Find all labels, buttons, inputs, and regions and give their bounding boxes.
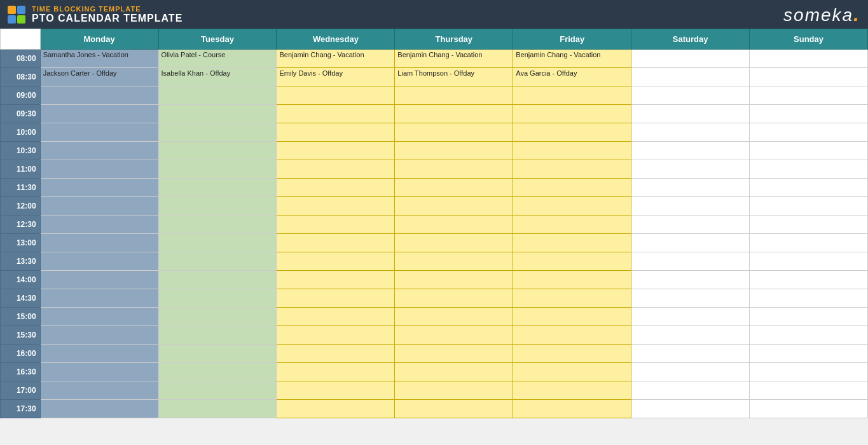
- cell-wednesday-14:30[interactable]: [277, 289, 395, 308]
- cell-saturday-12:30[interactable]: [631, 216, 750, 234]
- cell-tuesday-12:30[interactable]: [158, 216, 277, 234]
- cell-sunday-17:00[interactable]: [750, 381, 868, 400]
- cell-saturday-10:30[interactable]: [631, 142, 750, 160]
- cell-tuesday-14:00[interactable]: [158, 271, 277, 289]
- cell-friday-14:30[interactable]: [513, 289, 631, 308]
- cell-tuesday-12:00[interactable]: [158, 197, 277, 216]
- cell-friday-08:30[interactable]: Ava Garcia - Offday: [513, 68, 631, 86]
- cell-monday-14:00[interactable]: [40, 271, 158, 289]
- cell-friday-12:30[interactable]: [513, 216, 631, 234]
- cell-tuesday-15:00[interactable]: [158, 308, 277, 326]
- cell-wednesday-09:30[interactable]: [277, 105, 395, 123]
- cell-tuesday-11:00[interactable]: [158, 160, 277, 179]
- cell-wednesday-08:30[interactable]: Emily Davis - Offday: [277, 68, 395, 86]
- cell-friday-16:00[interactable]: [513, 345, 631, 363]
- cell-thursday-15:00[interactable]: [395, 308, 513, 326]
- cell-monday-15:30[interactable]: [40, 326, 158, 345]
- cell-thursday-08:30[interactable]: Liam Thompson - Offday: [395, 68, 513, 86]
- cell-saturday-13:30[interactable]: [631, 252, 750, 271]
- cell-monday-13:30[interactable]: [40, 252, 158, 271]
- cell-monday-09:00[interactable]: [40, 86, 158, 105]
- cell-saturday-12:00[interactable]: [631, 197, 750, 216]
- cell-thursday-10:30[interactable]: [395, 142, 513, 160]
- cell-monday-12:00[interactable]: [40, 197, 158, 216]
- cell-tuesday-09:00[interactable]: [158, 86, 277, 105]
- cell-sunday-10:30[interactable]: [750, 142, 868, 160]
- cell-friday-13:30[interactable]: [513, 252, 631, 271]
- cell-monday-12:30[interactable]: [40, 216, 158, 234]
- cell-sunday-10:00[interactable]: [750, 123, 868, 142]
- cell-saturday-15:00[interactable]: [631, 308, 750, 326]
- cell-tuesday-17:30[interactable]: [158, 400, 277, 418]
- cell-saturday-13:00[interactable]: [631, 234, 750, 252]
- cell-friday-10:30[interactable]: [513, 142, 631, 160]
- cell-friday-14:00[interactable]: [513, 271, 631, 289]
- cell-sunday-16:00[interactable]: [750, 345, 868, 363]
- cell-thursday-08:00[interactable]: Benjamin Chang - Vacation: [395, 50, 513, 68]
- cell-monday-14:30[interactable]: [40, 289, 158, 308]
- cell-monday-11:00[interactable]: [40, 160, 158, 179]
- cell-sunday-13:00[interactable]: [750, 234, 868, 252]
- cell-saturday-09:30[interactable]: [631, 105, 750, 123]
- cell-wednesday-11:00[interactable]: [277, 160, 395, 179]
- cell-saturday-09:00[interactable]: [631, 86, 750, 105]
- cell-sunday-13:30[interactable]: [750, 252, 868, 271]
- cell-thursday-12:30[interactable]: [395, 216, 513, 234]
- cell-saturday-08:00[interactable]: [631, 50, 750, 68]
- cell-friday-17:00[interactable]: [513, 381, 631, 400]
- cell-tuesday-17:00[interactable]: [158, 381, 277, 400]
- cell-saturday-16:00[interactable]: [631, 345, 750, 363]
- cell-wednesday-13:00[interactable]: [277, 234, 395, 252]
- cell-monday-10:00[interactable]: [40, 123, 158, 142]
- cell-sunday-11:00[interactable]: [750, 160, 868, 179]
- cell-wednesday-16:00[interactable]: [277, 345, 395, 363]
- cell-friday-13:00[interactable]: [513, 234, 631, 252]
- cell-monday-09:30[interactable]: [40, 105, 158, 123]
- cell-monday-17:30[interactable]: [40, 400, 158, 418]
- cell-sunday-14:00[interactable]: [750, 271, 868, 289]
- cell-thursday-15:30[interactable]: [395, 326, 513, 345]
- cell-saturday-10:00[interactable]: [631, 123, 750, 142]
- cell-sunday-11:30[interactable]: [750, 179, 868, 197]
- cell-tuesday-08:00[interactable]: Olivia Patel - Course: [158, 50, 277, 68]
- cell-sunday-16:30[interactable]: [750, 363, 868, 381]
- cell-friday-15:00[interactable]: [513, 308, 631, 326]
- cell-tuesday-14:30[interactable]: [158, 289, 277, 308]
- cell-friday-16:30[interactable]: [513, 363, 631, 381]
- cell-monday-16:00[interactable]: [40, 345, 158, 363]
- cell-monday-13:00[interactable]: [40, 234, 158, 252]
- cell-wednesday-15:30[interactable]: [277, 326, 395, 345]
- cell-thursday-16:30[interactable]: [395, 363, 513, 381]
- cell-wednesday-09:00[interactable]: [277, 86, 395, 105]
- cell-friday-11:00[interactable]: [513, 160, 631, 179]
- cell-tuesday-13:30[interactable]: [158, 252, 277, 271]
- cell-wednesday-14:00[interactable]: [277, 271, 395, 289]
- cell-wednesday-17:30[interactable]: [277, 400, 395, 418]
- cell-wednesday-11:30[interactable]: [277, 179, 395, 197]
- cell-sunday-08:30[interactable]: [750, 68, 868, 86]
- cell-thursday-17:30[interactable]: [395, 400, 513, 418]
- cell-thursday-09:30[interactable]: [395, 105, 513, 123]
- cell-sunday-17:30[interactable]: [750, 400, 868, 418]
- cell-tuesday-13:00[interactable]: [158, 234, 277, 252]
- cell-friday-17:30[interactable]: [513, 400, 631, 418]
- cell-sunday-08:00[interactable]: [750, 50, 868, 68]
- cell-sunday-12:00[interactable]: [750, 197, 868, 216]
- cell-thursday-12:00[interactable]: [395, 197, 513, 216]
- cell-saturday-11:30[interactable]: [631, 179, 750, 197]
- cell-thursday-13:30[interactable]: [395, 252, 513, 271]
- cell-thursday-13:00[interactable]: [395, 234, 513, 252]
- cell-monday-11:30[interactable]: [40, 179, 158, 197]
- cell-sunday-15:00[interactable]: [750, 308, 868, 326]
- cell-thursday-09:00[interactable]: [395, 86, 513, 105]
- cell-monday-17:00[interactable]: [40, 381, 158, 400]
- cell-saturday-11:00[interactable]: [631, 160, 750, 179]
- cell-wednesday-08:00[interactable]: Benjamin Chang - Vacation: [277, 50, 395, 68]
- cell-monday-15:00[interactable]: [40, 308, 158, 326]
- cell-thursday-10:00[interactable]: [395, 123, 513, 142]
- cell-tuesday-16:00[interactable]: [158, 345, 277, 363]
- cell-sunday-15:30[interactable]: [750, 326, 868, 345]
- cell-thursday-11:00[interactable]: [395, 160, 513, 179]
- cell-tuesday-08:30[interactable]: Isabella Khan - Offday: [158, 68, 277, 86]
- cell-friday-12:00[interactable]: [513, 197, 631, 216]
